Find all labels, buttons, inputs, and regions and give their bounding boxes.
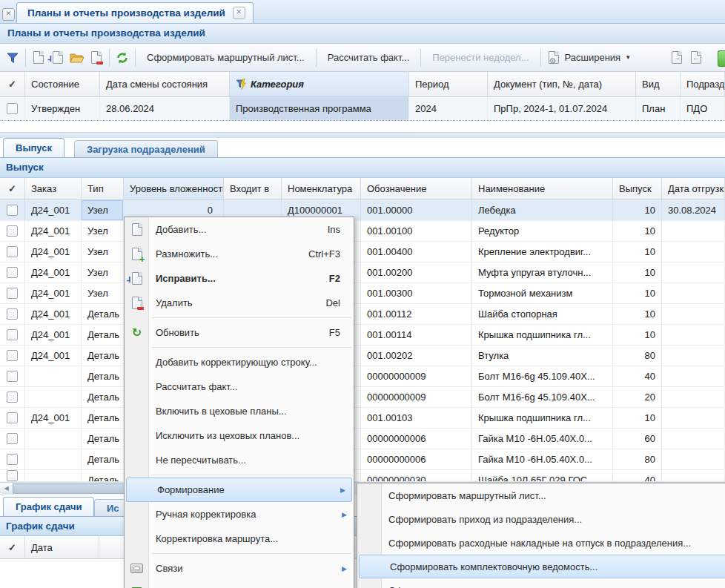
cell-ship-date: 30.08.2024 bbox=[662, 200, 725, 220]
table-row[interactable]: Д24_001 Деталь 001.00202 Втулка 80 bbox=[0, 346, 725, 366]
make-route-sheet-button[interactable]: Сформировать маршрутный лист... bbox=[139, 52, 313, 63]
cell-output: 10 bbox=[613, 304, 662, 324]
cell-name: Крышка подшипника гл... bbox=[472, 325, 613, 345]
submenu-item[interactable]: Сформировать расходные накладные на отпу… bbox=[357, 531, 725, 555]
menu-item[interactable]: Рассчитать факт... bbox=[125, 374, 354, 399]
cell-ship-date bbox=[662, 366, 725, 386]
column-header-document[interactable]: Документ (тип, №, дата) bbox=[488, 72, 636, 96]
add-document-icon[interactable] bbox=[29, 48, 48, 67]
select-all-icon[interactable]: ✓ bbox=[0, 536, 25, 558]
submenu-item[interactable]: Сформировать... bbox=[357, 578, 725, 588]
cell-output: 10 bbox=[613, 221, 662, 241]
row-checkbox[interactable] bbox=[7, 329, 18, 340]
menu-item[interactable]: Размножить... Ctrl+F3 bbox=[125, 242, 354, 266]
row-checkbox[interactable] bbox=[7, 205, 18, 216]
column-header-ship-date[interactable]: Дата отгрузки bbox=[662, 178, 725, 199]
table-row[interactable]: Д24_001 Узел 0 Д100000001 001.00000 Лебе… bbox=[0, 200, 725, 221]
table-row[interactable]: Д24_001 Деталь 001.00114 Крышка подшипни… bbox=[0, 325, 725, 346]
menu-item[interactable]: ↻ Обновить F5 bbox=[125, 320, 354, 345]
import-document-icon[interactable] bbox=[686, 48, 706, 67]
column-header-type[interactable]: Тип bbox=[82, 178, 124, 199]
edit-document-icon[interactable] bbox=[48, 48, 67, 67]
row-checkbox[interactable] bbox=[7, 392, 18, 403]
menu-item[interactable]: Включить в цеховые планы... bbox=[125, 399, 354, 423]
cell-output: 20 bbox=[613, 387, 662, 407]
menu-item[interactable]: Добавить корректирующую строку... bbox=[125, 350, 354, 374]
cell-name: Шайба стопорная bbox=[472, 304, 613, 324]
tab-load-divisions[interactable]: Загрузка подразделений bbox=[74, 140, 218, 157]
extensions-icon[interactable] bbox=[544, 48, 563, 67]
filter-icon[interactable] bbox=[3, 48, 22, 67]
table-row[interactable]: Деталь 00000000030 Шайба 10Л 65Г 029 ГОС… bbox=[0, 470, 725, 482]
menu-item[interactable]: Корректировка маршрута... bbox=[125, 526, 354, 551]
tab-close-icon[interactable]: ✕ bbox=[233, 7, 245, 19]
menu-item[interactable]: Связи bbox=[125, 556, 354, 581]
cell-designation: 001.00100 bbox=[361, 221, 472, 241]
column-header-part-of[interactable]: Входит в bbox=[224, 178, 282, 199]
submenu-item[interactable]: Сформировать маршрутный лист... bbox=[357, 483, 725, 507]
delete-document-icon[interactable] bbox=[87, 48, 106, 67]
tab-delivery-schedule[interactable]: График сдачи bbox=[3, 497, 94, 516]
cell-type: Узел bbox=[82, 242, 124, 262]
open-folder-icon[interactable] bbox=[67, 48, 87, 67]
menu-item[interactable]: Не пересчитывать... bbox=[125, 448, 354, 472]
row-checkbox[interactable] bbox=[7, 288, 18, 299]
column-header-name[interactable]: Наименование bbox=[472, 178, 613, 199]
menu-item[interactable]: Добавить... Ins bbox=[125, 217, 354, 242]
row-checkbox[interactable] bbox=[7, 308, 18, 320]
select-all-icon[interactable]: ✓ bbox=[0, 178, 25, 199]
row-checkbox[interactable] bbox=[7, 470, 18, 481]
menu-item[interactable]: Формирование bbox=[126, 478, 352, 502]
submenu-item[interactable]: Сформировать приход из подразделения... bbox=[357, 507, 725, 531]
row-checkbox[interactable] bbox=[7, 225, 18, 237]
row-checkbox[interactable] bbox=[7, 454, 18, 465]
column-header-designation[interactable]: Обозначение bbox=[361, 178, 472, 199]
row-checkbox[interactable] bbox=[7, 433, 18, 444]
table-row[interactable]: Д24_001 Узел 001.00200 Муфта упругая вту… bbox=[0, 262, 725, 283]
table-row[interactable]: Деталь 00000000009 Болт М16-6g 45.109.40… bbox=[0, 366, 725, 387]
menu-item[interactable]: Исправить... F2 bbox=[125, 266, 354, 291]
menu-item[interactable]: Удалить Del bbox=[125, 291, 354, 315]
column-header-level[interactable]: Уровень вложенности bbox=[124, 178, 224, 199]
column-header-division[interactable]: Подразделение bbox=[681, 72, 725, 96]
select-all-icon[interactable]: ✓ bbox=[0, 72, 25, 96]
column-header-nomenclature[interactable]: Номенклатура bbox=[282, 178, 361, 199]
row-checkbox[interactable] bbox=[7, 371, 18, 382]
table-row[interactable]: Д24_001 Деталь 001.00112 Шайба стопорная… bbox=[0, 304, 725, 325]
column-header-output[interactable]: Выпуск bbox=[613, 178, 662, 199]
cell-name: Тормозной механизм bbox=[472, 283, 613, 303]
row-checkbox[interactable] bbox=[7, 246, 18, 257]
tab-output[interactable]: Выпуск bbox=[3, 138, 64, 157]
column-header-state[interactable]: Состояние bbox=[25, 72, 100, 96]
menu-item[interactable]: Исключить из цеховых планов... bbox=[125, 423, 354, 448]
menu-item[interactable] bbox=[125, 581, 354, 588]
row-checkbox[interactable] bbox=[7, 267, 18, 278]
table-row[interactable]: Утвержден 28.06.2024 Производственная пр… bbox=[0, 97, 725, 121]
document-tab[interactable]: Планы и отчеты производства изделий ✕ bbox=[16, 2, 254, 23]
export-document-icon[interactable] bbox=[667, 48, 686, 67]
scroll-left-icon[interactable]: ◀ bbox=[0, 483, 13, 495]
table-row[interactable]: Деталь 00000000006 Гайка М10 -6Н.05.40Х.… bbox=[0, 429, 725, 449]
table-row[interactable]: Деталь 00000000009 Болт М16-6g 45.109.40… bbox=[0, 387, 725, 408]
table-row[interactable]: Д24_001 Узел 001.00300 Тормозной механиз… bbox=[0, 283, 725, 304]
menu-item[interactable]: Ручная корректировка bbox=[125, 502, 354, 526]
table-row[interactable]: Д24_001 Узел 001.00400 Крепление электро… bbox=[0, 242, 725, 262]
close-icon[interactable]: ✕ bbox=[2, 8, 15, 21]
refresh-icon[interactable] bbox=[113, 48, 132, 67]
row-checkbox[interactable] bbox=[7, 412, 18, 423]
column-header-state-date[interactable]: Дата смены состояния bbox=[100, 72, 230, 96]
extensions-button[interactable]: Расширения bbox=[563, 52, 623, 63]
menu-item-icon bbox=[132, 297, 142, 309]
table-row[interactable]: Д24_001 Узел 001.00100 Редуктор 10 bbox=[0, 221, 725, 242]
column-header-order[interactable]: Заказ bbox=[25, 178, 82, 199]
column-header-kind[interactable]: Вид bbox=[636, 72, 681, 96]
row-checkbox[interactable] bbox=[7, 103, 18, 114]
table-row[interactable]: Деталь 00000000006 Гайка М10 -6Н.05.40Х.… bbox=[0, 449, 725, 470]
submenu-item[interactable]: Сформировать комплектовочную ведомость..… bbox=[359, 555, 725, 578]
column-header-period[interactable]: Период bbox=[409, 72, 488, 96]
column-header-date[interactable]: Дата bbox=[25, 536, 99, 558]
table-row[interactable]: Д24_001 Деталь 001.00103 Крышка подшипни… bbox=[0, 408, 725, 429]
calc-fact-button[interactable]: Рассчитать факт... bbox=[320, 52, 418, 63]
column-header-category[interactable]: Категория bbox=[230, 72, 409, 96]
row-checkbox[interactable] bbox=[7, 350, 18, 361]
